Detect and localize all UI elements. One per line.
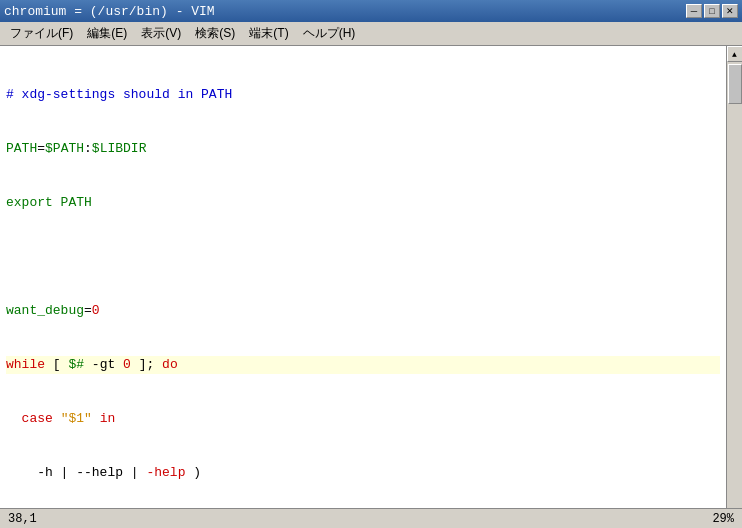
menu-file[interactable]: ファイル(F) xyxy=(4,23,79,44)
menu-edit[interactable]: 編集(E) xyxy=(81,23,133,44)
code-line-6-cursor: while [ $# -gt 0 ]; do xyxy=(6,356,720,374)
status-position: 38,1 xyxy=(8,512,37,526)
title-text: chromium = (/usr/bin) - VIM xyxy=(4,4,215,19)
menu-search[interactable]: 検索(S) xyxy=(189,23,241,44)
code-line-8: -h | --help | -help ) xyxy=(6,464,720,482)
window-controls: ─ □ ✕ xyxy=(686,4,738,18)
code-line-5: want_debug=0 xyxy=(6,302,720,320)
scroll-thumb[interactable] xyxy=(728,64,742,104)
maximize-button[interactable]: □ xyxy=(704,4,720,18)
scroll-up-button[interactable]: ▲ xyxy=(727,46,743,62)
scrollbar[interactable]: ▲ ▼ xyxy=(726,46,742,528)
status-zoom: 29% xyxy=(712,512,734,526)
close-button[interactable]: ✕ xyxy=(722,4,738,18)
status-bar: 38,1 29% xyxy=(0,508,742,528)
code-line-3: export PATH xyxy=(6,194,720,212)
scroll-track[interactable] xyxy=(727,62,742,512)
editor-container: # xdg-settings should in PATH PATH=$PATH… xyxy=(0,46,742,528)
editor-main[interactable]: # xdg-settings should in PATH PATH=$PATH… xyxy=(0,46,726,528)
code-line-1: # xdg-settings should in PATH xyxy=(6,86,720,104)
code-line-2: PATH=$PATH:$LIBDIR xyxy=(6,140,720,158)
code-line-4 xyxy=(6,248,720,266)
menu-bar: ファイル(F) 編集(E) 表示(V) 検索(S) 端末(T) ヘルプ(H) xyxy=(0,22,742,46)
code-content: # xdg-settings should in PATH PATH=$PATH… xyxy=(4,48,722,528)
minimize-button[interactable]: ─ xyxy=(686,4,702,18)
menu-help[interactable]: ヘルプ(H) xyxy=(297,23,362,44)
app-window: chromium = (/usr/bin) - VIM ─ □ ✕ ファイル(F… xyxy=(0,0,742,528)
title-bar: chromium = (/usr/bin) - VIM ─ □ ✕ xyxy=(0,0,742,22)
menu-terminal[interactable]: 端末(T) xyxy=(243,23,294,44)
menu-view[interactable]: 表示(V) xyxy=(135,23,187,44)
code-line-7: case "$1" in xyxy=(6,410,720,428)
